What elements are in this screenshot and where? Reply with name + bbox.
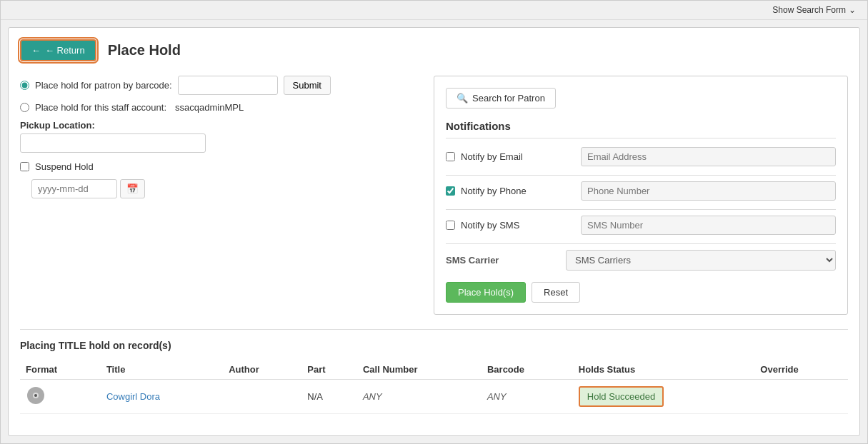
return-arrow-icon: ←: [31, 45, 41, 56]
sms-carrier-label: SMS Carrier: [446, 255, 560, 266]
cell-part: N/A: [301, 380, 357, 414]
sms-number-input[interactable]: [581, 216, 836, 235]
cell-author: [223, 380, 301, 414]
notify-phone-row: Notify by Phone: [446, 181, 836, 201]
right-panel: 🔍 Search for Patron Notifications Notify…: [434, 76, 848, 315]
holds-table-header: Format Title Author Part Call Number Bar…: [20, 360, 848, 380]
staff-account-radio[interactable]: [20, 103, 29, 112]
col-title: Title: [101, 360, 223, 380]
title-link[interactable]: Cowgirl Dora: [106, 391, 160, 402]
patron-barcode-label: Place hold for patron by barcode:: [35, 80, 172, 91]
show-search-form-label: Show Search Form: [772, 5, 846, 15]
left-panel: Place hold for patron by barcode: Submit…: [20, 76, 419, 315]
pickup-location-section: Pickup Location: MPL: [20, 120, 419, 153]
cell-override: [754, 380, 848, 414]
search-patron-button[interactable]: 🔍 Search for Patron: [446, 88, 556, 109]
dvd-icon: [26, 385, 46, 405]
email-address-input[interactable]: [581, 147, 836, 166]
holds-table: Format Title Author Part Call Number Bar…: [20, 360, 848, 414]
notify-email-label: Notify by Email: [461, 151, 575, 162]
table-row: Cowgirl Dora N/A ANY ANY Hold Succeeded: [20, 380, 848, 414]
sms-carrier-row: SMS Carrier SMS Carriers: [446, 250, 836, 271]
page-title: Place Hold: [108, 42, 181, 59]
date-row: 📅: [31, 179, 419, 198]
pickup-location-input[interactable]: MPL: [20, 133, 206, 153]
sms-carrier-select[interactable]: SMS Carriers: [566, 250, 836, 271]
return-label: ← Return: [45, 45, 85, 56]
col-format: Format: [20, 360, 101, 380]
col-barcode: Barcode: [482, 360, 573, 380]
col-author: Author: [223, 360, 301, 380]
search-patron-label: Search for Patron: [472, 93, 545, 104]
show-search-form-link[interactable]: Show Search Form ⌄: [772, 5, 856, 15]
place-holds-button[interactable]: Place Hold(s): [446, 282, 526, 303]
reset-button[interactable]: Reset: [532, 282, 580, 303]
cell-barcode: ANY: [482, 380, 573, 414]
staff-account-value: ssacqadminMPL: [175, 102, 244, 113]
staff-account-row: Place hold for this staff account: ssacq…: [20, 102, 419, 113]
notify-email-checkbox[interactable]: [446, 152, 455, 161]
calendar-icon: 📅: [126, 183, 139, 194]
col-call-number: Call Number: [357, 360, 482, 380]
svg-point-2: [34, 394, 37, 397]
notify-sms-row: Notify by SMS: [446, 216, 836, 235]
cell-call-number: ANY: [357, 380, 482, 414]
phone-number-input[interactable]: [581, 181, 836, 201]
patron-barcode-radio[interactable]: [20, 81, 29, 90]
suspend-hold-label: Suspend Hold: [35, 161, 94, 172]
top-bar: Show Search Form ⌄: [1, 1, 867, 20]
notify-sms-checkbox[interactable]: [446, 221, 455, 230]
col-part: Part: [301, 360, 357, 380]
main-content: ← ← Return Place Hold Place hold for pat…: [8, 27, 860, 436]
notify-phone-checkbox[interactable]: [446, 186, 455, 196]
return-button[interactable]: ← ← Return: [20, 39, 96, 61]
col-override: Override: [754, 360, 848, 380]
notify-email-row: Notify by Email: [446, 147, 836, 166]
search-icon: 🔍: [457, 93, 468, 104]
page-header: ← ← Return Place Hold: [20, 39, 848, 61]
submit-button[interactable]: Submit: [284, 76, 331, 95]
patron-barcode-row: Place hold for patron by barcode: Submit: [20, 76, 419, 95]
staff-account-label: Place hold for this staff account:: [35, 102, 166, 113]
notify-sms-label: Notify by SMS: [461, 220, 575, 231]
calendar-button[interactable]: 📅: [120, 179, 145, 198]
two-column-layout: Place hold for patron by barcode: Submit…: [20, 76, 848, 315]
bottom-section: Placing TITLE hold on record(s) Format T…: [20, 329, 848, 414]
col-holds-status: Holds Status: [573, 360, 755, 380]
action-row: Place Hold(s) Reset: [446, 282, 836, 303]
suspend-hold-checkbox[interactable]: [20, 162, 29, 171]
chevron-icon: ⌄: [849, 5, 856, 15]
cell-title[interactable]: Cowgirl Dora: [101, 380, 223, 414]
pickup-location-label: Pickup Location:: [20, 120, 419, 131]
hold-succeeded-badge: Hold Succeeded: [579, 386, 664, 407]
cell-format: [20, 380, 101, 414]
patron-barcode-input[interactable]: [178, 76, 278, 95]
suspend-date-input[interactable]: [31, 179, 117, 198]
holds-table-body: Cowgirl Dora N/A ANY ANY Hold Succeeded: [20, 380, 848, 414]
cell-holds-status: Hold Succeeded: [573, 380, 755, 414]
bottom-section-title: Placing TITLE hold on record(s): [20, 340, 848, 351]
suspend-hold-row: Suspend Hold: [20, 161, 419, 172]
notifications-header: Notifications: [446, 120, 836, 138]
notify-phone-label: Notify by Phone: [461, 186, 575, 196]
